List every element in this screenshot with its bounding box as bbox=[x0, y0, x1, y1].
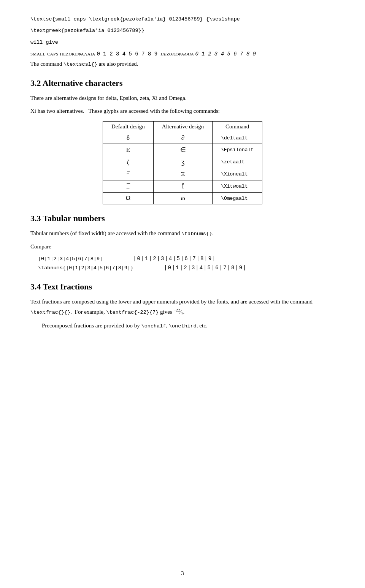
cmd-deltaalt: \deltaalt bbox=[213, 132, 262, 144]
textfrac-command: \textfrac{}{} bbox=[30, 310, 70, 315]
section-3-3-para: Tabular numbers (of fixed width) are acc… bbox=[30, 229, 335, 238]
table-row: Ω ω \Omegaalt bbox=[103, 193, 262, 204]
cmd-omegaalt: \Omegaalt bbox=[213, 193, 262, 204]
alt-epsilon: ∈ bbox=[153, 144, 212, 156]
alt-omega: ω bbox=[153, 193, 212, 204]
section-3-3: 3.3 Tabular numbers Tabular numbers (of … bbox=[30, 213, 335, 273]
section-3-2-heading: 3.2 Alternative characters bbox=[30, 78, 335, 88]
textfrac-example-cmd: \textfrac{-22}{7} bbox=[106, 310, 159, 315]
default-xi-two: Ξ̅ bbox=[103, 180, 153, 193]
onehalf-command: \onehalf bbox=[141, 323, 166, 329]
alt-zeta: ʒ bbox=[153, 156, 212, 168]
col-command: Command bbox=[213, 122, 262, 132]
compare-row-2: \tabnums{|0|1|2|3|4|5|6|7|8|9|} |0|1|2|3… bbox=[38, 264, 335, 273]
cmd-xionealt: \Xionealt bbox=[213, 168, 262, 180]
intro-line1: \textsc{small caps \textgreek{pezokefala… bbox=[30, 15, 335, 24]
section-3-4-para1: Text fractions are composed using the lo… bbox=[30, 297, 335, 317]
default-delta: δ bbox=[103, 132, 153, 144]
compare-row1-right: |0|1|2|3|4|5|6|7|8|9| bbox=[133, 254, 216, 264]
cmd-zetaalt: \zetaalt bbox=[213, 156, 262, 168]
section-3-2-para1: There are alternative designs for delta,… bbox=[30, 93, 335, 103]
small-caps-display: small caps πεζοκεφαλαια 0 1 2 3 4 5 6 7 … bbox=[30, 49, 335, 59]
intro-line2: \textgreek{pezokefala'ia 0123456789}} bbox=[30, 27, 335, 35]
compare-row2-left: \tabnums{|0|1|2|3|4|5|6|7|8|9|} bbox=[38, 264, 133, 273]
compare-label: Compare bbox=[30, 242, 335, 251]
section-3-4-heading: 3.4 Text fractions bbox=[30, 282, 335, 292]
default-xi-one: Ξ̃ bbox=[103, 168, 153, 180]
table-row: Ξ̅ Ϊ \Xitwoalt bbox=[103, 180, 262, 193]
col-default-design: Default design bbox=[103, 122, 153, 132]
cmd-xitwoalt: \Xitwoalt bbox=[213, 180, 262, 193]
cmd-epsilonalt: \Epsilonalt bbox=[213, 144, 262, 156]
intro-code-block: \textsc{small caps \textgreek{pezokefala… bbox=[30, 15, 335, 35]
section-3-2-para2: Xi has two alternatives. These glyphs ar… bbox=[30, 106, 335, 116]
default-omega: Ω bbox=[103, 193, 153, 204]
frac-superscript: −22 bbox=[173, 308, 180, 312]
onethird-command: \onethird bbox=[169, 323, 197, 329]
section-3-4-para2: Precomposed fractions are provided too b… bbox=[30, 321, 335, 330]
default-zeta: ζ bbox=[103, 156, 153, 168]
compare-row1-left: |0|1|2|3|4|5|6|7|8|9| bbox=[38, 255, 103, 264]
default-epsilon: Ε bbox=[103, 144, 153, 156]
textscsl-command: \textscsl{} bbox=[63, 62, 97, 67]
table-header-row: Default design Alternative design Comman… bbox=[103, 122, 262, 132]
compare-row-1: |0|1|2|3|4|5|6|7|8|9| |0|1|2|3|4|5|6|7|8… bbox=[38, 254, 335, 264]
alt-xi-one: Ξ bbox=[153, 168, 212, 180]
alternative-chars-table: Default design Alternative design Comman… bbox=[103, 121, 262, 204]
frac-subscript: 7 bbox=[181, 311, 183, 316]
col-alternative-design: Alternative design bbox=[153, 122, 212, 132]
also-provided-text: The command \textscsl{} are also provide… bbox=[30, 60, 335, 69]
section-3-3-heading: 3.3 Tabular numbers bbox=[30, 213, 335, 223]
tabnums-command: \tabnums{} bbox=[181, 231, 212, 237]
compare-block: |0|1|2|3|4|5|6|7|8|9| |0|1|2|3|4|5|6|7|8… bbox=[38, 254, 335, 273]
alt-xi-two: Ϊ bbox=[153, 180, 212, 193]
section-3-4: 3.4 Text fractions Text fractions are co… bbox=[30, 282, 335, 330]
alternative-chars-table-container: Default design Alternative design Comman… bbox=[30, 121, 335, 204]
table-row: Ε ∈ \Epsilonalt bbox=[103, 144, 262, 156]
table-row: ζ ʒ \zetaalt bbox=[103, 156, 262, 168]
compare-row2-right: |0|1|2|3|4|5|6|7|8|9| bbox=[164, 264, 247, 273]
table-row: δ ∂ \deltaalt bbox=[103, 132, 262, 144]
page-number: 3 bbox=[0, 570, 365, 577]
will-give-text: will give bbox=[30, 38, 335, 47]
alt-delta: ∂ bbox=[153, 132, 212, 144]
table-row: Ξ̃ Ξ \Xionealt bbox=[103, 168, 262, 180]
